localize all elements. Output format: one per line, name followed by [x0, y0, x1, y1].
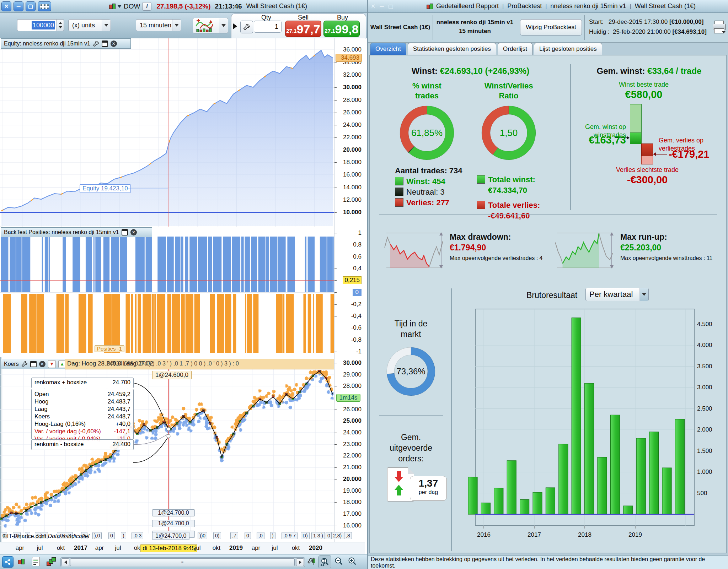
price-axis-label: 23.000 — [343, 441, 362, 448]
close-panel-icon[interactable]: ✕ — [111, 40, 117, 47]
report-title-probacktest: ProBacktest — [507, 2, 542, 10]
time-axis-label: okt — [213, 544, 221, 552]
units-select[interactable]: (x) units — [68, 19, 111, 31]
share-button[interactable] — [2, 556, 14, 568]
koers-panel-header[interactable]: Koers ✕ ▼ ▲ — [1, 359, 70, 369]
ratio-value: 1,50 — [481, 128, 536, 139]
chart-toolbar: 100000 (x) units 15 minuten — [0, 13, 367, 38]
tab-statistieken-gesloten-posities[interactable]: Statistieken gesloten posities — [408, 43, 496, 55]
backtest-panel-title: BackTest Posities: nneless renko dji 15m… — [4, 229, 119, 235]
price-axis-label: 18.000 — [343, 499, 362, 506]
order-fragment: 1 3 ) — [311, 532, 325, 539]
backtest-positions-chart[interactable] — [0, 227, 334, 357]
order-fragment: ),0 — [92, 532, 102, 539]
bruto-bar — [546, 488, 555, 514]
minimize-icon[interactable]: ─ — [380, 3, 384, 10]
time-axis-label: jul — [115, 544, 121, 552]
order-fragment: ) — [121, 532, 126, 539]
timeframe-select[interactable]: 15 minuten — [136, 19, 181, 31]
time-axis-label: jul — [37, 544, 43, 552]
chart-settings-icon[interactable] — [306, 556, 317, 567]
scrollbar-thumb[interactable]: ≡ — [70, 558, 295, 566]
zoom-out-button[interactable] — [333, 556, 344, 567]
close-icon[interactable]: ✕ — [371, 3, 376, 10]
avg-win-bar — [630, 132, 642, 144]
play-icon[interactable] — [233, 23, 237, 29]
pct-winst-title: % winsttrades — [398, 81, 455, 101]
instrument-dropdown-icon[interactable] — [117, 5, 122, 8]
quote-time: 21:13:46 — [215, 2, 242, 10]
report-titlebar: ✕ ─ ▢ Gedetailleerd Rapport | ProBacktes… — [368, 0, 728, 13]
buy-button[interactable]: 27.199,8 — [323, 21, 360, 37]
instrument-symbol[interactable]: DOW — [124, 2, 140, 10]
time-axis-label: okt — [292, 544, 300, 552]
positions-axis-label: -1 — [356, 348, 362, 355]
scroll-right-icon[interactable] — [296, 558, 304, 566]
bruto-bar — [610, 415, 620, 514]
wrench-icon[interactable] — [21, 361, 28, 367]
positions-axis-label: -0,4 — [351, 313, 362, 320]
gv-arrow — [654, 154, 667, 155]
time-axis[interactable]: aprjulokt2017aprjuloktdi 13-feb-2018 9:4… — [0, 542, 365, 554]
info-icon[interactable]: i — [142, 2, 151, 11]
detach-window-icon[interactable] — [122, 229, 128, 235]
report-title-rapport: Gedetailleerd Rapport — [436, 2, 499, 10]
time-axis-label: apr — [95, 544, 104, 552]
print-icon[interactable] — [712, 21, 726, 34]
equity-panel-header[interactable]: Equity: nneless renko dji 15min v1 ✕ — [1, 38, 131, 49]
quantity-input[interactable]: 100000 — [17, 19, 57, 31]
keyboard-icon[interactable] — [38, 1, 51, 11]
compare-instruments-icon[interactable] — [16, 556, 26, 567]
buy-label: Buy — [337, 14, 348, 21]
sell-button[interactable]: 27.197,7 — [285, 21, 321, 37]
close-panel-icon[interactable]: ✕ — [39, 361, 46, 367]
edit-probacktest-button[interactable]: Wijzig ProBacktest — [520, 19, 582, 36]
winst-headline: Winst: €24.693,10 (+246,93%) — [370, 66, 571, 76]
zoom-in-button[interactable] — [347, 556, 358, 567]
app-root: ✕ ─ ▢ DOW i 27.198,5 (-3,12%) 21:13:46 W… — [0, 0, 728, 569]
close-icon[interactable]: ✕ — [1, 1, 11, 11]
chart-type-button[interactable] — [193, 18, 228, 33]
scroll-left-icon[interactable] — [61, 558, 69, 566]
pending-order-tag: 1@24.700,0 — [152, 509, 195, 516]
pending-order-tag: 1@24.700,0 — [152, 520, 195, 527]
report-candle-icon — [426, 2, 433, 10]
renko-mode-icon[interactable] — [46, 556, 56, 567]
current-equity-axis-tag: 34.693 — [336, 54, 362, 62]
close-panel-icon[interactable]: ✕ — [130, 229, 137, 235]
maximize-icon[interactable]: ▢ — [388, 3, 394, 10]
time-axis-label: 2020 — [309, 544, 322, 552]
qty-input[interactable]: 1 — [254, 21, 282, 33]
news-icon[interactable] — [31, 556, 41, 567]
order-fragment: 1@24.700,0 — [152, 532, 189, 540]
last-quote: 27.198,5 (-3,12%) — [156, 2, 210, 10]
maximize-icon[interactable]: ▢ — [26, 1, 36, 11]
order-fragment: ) — [270, 532, 275, 539]
detach-window-icon[interactable] — [102, 40, 108, 47]
tab-overzicht[interactable]: Overzicht — [370, 43, 406, 55]
minimize-icon[interactable]: ─ — [14, 1, 23, 11]
backtest-panel-header[interactable]: BackTest Posities: nneless renko dji 15m… — [1, 227, 152, 237]
wrench-icon[interactable] — [93, 40, 99, 47]
order-fragment: ,8 — [344, 532, 352, 539]
column-divider — [570, 64, 571, 210]
time-axis-label: jul — [272, 544, 278, 552]
equity-chart[interactable] — [0, 38, 334, 227]
koers-panel-title: Koers — [4, 361, 19, 367]
sell-arrow-icon[interactable]: ▼ — [48, 360, 56, 368]
renko-tooltip-main: Open24.459,2Hoog24.483,7Laag24.443,7Koer… — [31, 389, 134, 440]
bruto-period-select[interactable]: Per kwartaal — [585, 288, 649, 301]
tab-lijst-gesloten-posities[interactable]: Lijst gesloten posities — [534, 43, 602, 55]
bruto-bar — [520, 499, 529, 514]
equity-axis-label: 26.000 — [343, 109, 362, 116]
bottom-toolbar: ≡ — [0, 554, 367, 569]
tab-orderlijst[interactable]: Orderlijst — [498, 43, 532, 55]
order-settings-button[interactable] — [240, 21, 253, 33]
section-divider — [379, 214, 717, 215]
zoom-fit-button[interactable] — [318, 556, 331, 568]
chart-scrollbar[interactable]: ≡ — [60, 557, 305, 567]
detach-window-icon[interactable] — [30, 361, 37, 367]
price-axis[interactable]: 36.00034.00032.00030.00028.00026.00024.0… — [334, 38, 365, 554]
equity-tag-connector — [128, 189, 168, 189]
quantity-stepper[interactable] — [57, 19, 64, 31]
